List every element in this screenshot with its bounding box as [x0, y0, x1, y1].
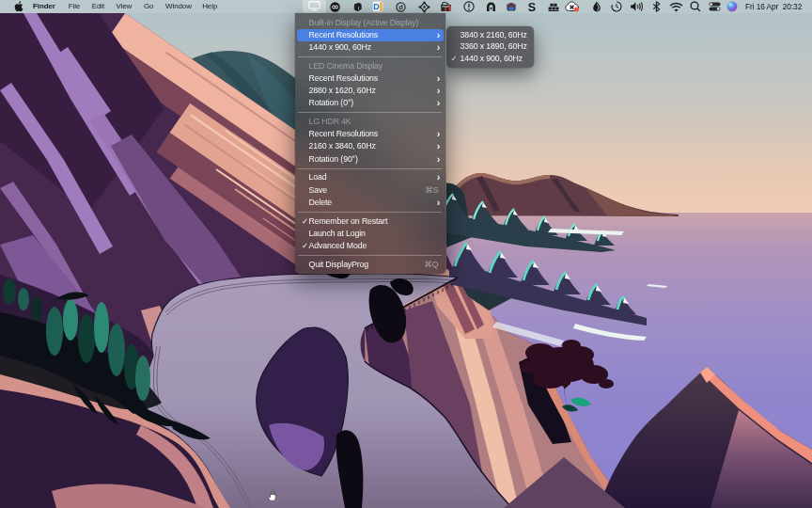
svg-text:D: D [373, 2, 380, 11]
svg-text:d: d [398, 3, 403, 11]
svg-text:S: S [527, 1, 535, 12]
